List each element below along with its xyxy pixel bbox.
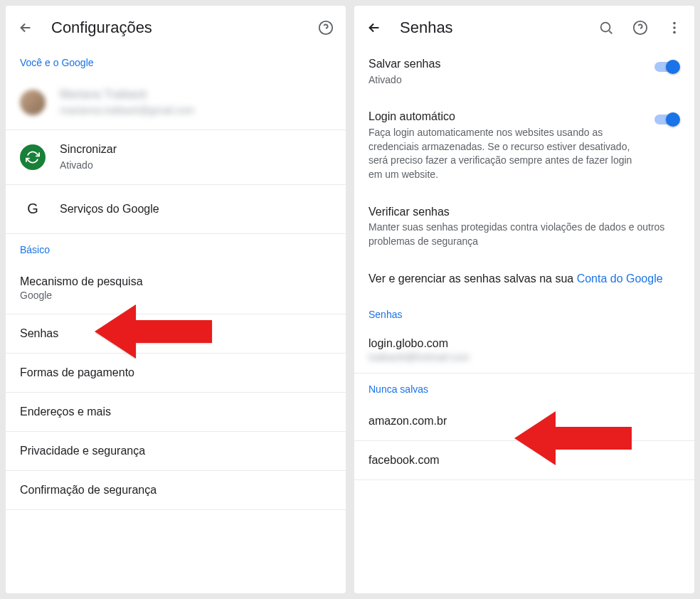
passwords-row[interactable]: Senhas	[6, 314, 346, 354]
check-passwords-desc: Manter suas senhas protegidas contra vio…	[368, 221, 680, 248]
search-engine-title: Mecanismo de pesquisa	[20, 275, 332, 288]
save-passwords-toggle[interactable]	[654, 60, 680, 74]
never-site-1: amazon.com.br	[368, 415, 447, 427]
manage-passwords-row[interactable]: Ver e gerenciar as senhas salvas na sua …	[354, 262, 694, 300]
privacy-row[interactable]: Privacidade e segurança	[6, 432, 346, 471]
auto-login-desc: Faça login automaticamente nos websites …	[368, 126, 646, 181]
check-passwords-row[interactable]: Verificar senhas Manter suas senhas prot…	[354, 195, 694, 262]
settings-screen: Configurações Você e o Google Mariana Tr…	[6, 6, 346, 593]
more-icon[interactable]	[666, 19, 683, 36]
sync-title: Sincronizar	[60, 142, 332, 157]
sync-subtitle: Ativado	[60, 159, 332, 173]
header: Configurações	[6, 6, 346, 47]
svg-point-4	[673, 22, 676, 25]
help-icon[interactable]	[632, 19, 649, 36]
save-passwords-title: Salvar senhas	[368, 57, 646, 72]
avatar	[20, 90, 46, 115]
manage-text: Ver e gerenciar as senhas salvas na sua	[368, 272, 573, 285]
svg-point-5	[673, 26, 676, 29]
never-saved-header: Nunca salvas	[354, 373, 694, 402]
never-site-2: facebook.com	[368, 454, 440, 466]
back-icon[interactable]	[366, 19, 383, 36]
payment-title: Formas de pagamento	[20, 366, 332, 379]
save-passwords-sub: Ativado	[368, 73, 646, 88]
page-title: Senhas	[400, 18, 580, 37]
never-saved-item[interactable]: facebook.com	[354, 441, 694, 480]
svg-point-2	[601, 23, 610, 32]
check-passwords-title: Verificar senhas	[368, 205, 680, 220]
save-passwords-row[interactable]: Salvar senhas Ativado	[354, 47, 694, 100]
privacy-title: Privacidade e segurança	[20, 445, 332, 457]
auto-login-toggle[interactable]	[654, 112, 680, 127]
search-engine-sub: Google	[20, 290, 332, 301]
never-saved-item[interactable]: amazon.com.br	[354, 402, 694, 441]
addresses-row[interactable]: Endereços e mais	[6, 393, 346, 432]
security-row[interactable]: Confirmação de segurança	[6, 471, 346, 510]
svg-point-6	[673, 31, 676, 34]
google-account-link[interactable]: Conta do Google	[577, 272, 663, 285]
passwords-screen: Senhas Salvar senhas Ativado Login autom…	[354, 6, 694, 593]
passwords-section-header: Senhas	[354, 299, 694, 327]
help-icon[interactable]	[317, 19, 334, 36]
page-title: Configurações	[51, 18, 300, 37]
payment-row[interactable]: Formas de pagamento	[6, 354, 346, 393]
section-basic: Básico	[6, 234, 346, 263]
section-you-google: Você e o Google	[6, 47, 346, 75]
auto-login-title: Login automático	[368, 110, 646, 124]
google-services-title: Serviços do Google	[60, 201, 332, 217]
header: Senhas	[354, 6, 694, 47]
account-name: Mariana Traiback	[60, 87, 332, 102]
account-email: marianna.traiback@gmail.com	[60, 104, 332, 118]
passwords-title: Senhas	[20, 327, 332, 340]
auto-login-row[interactable]: Login automático Faça login automaticame…	[354, 100, 694, 194]
addresses-title: Endereços e mais	[20, 405, 332, 418]
search-icon[interactable]	[598, 19, 615, 36]
sync-icon	[20, 144, 46, 170]
account-row[interactable]: Mariana Traiback marianna.traiback@gmail…	[6, 75, 346, 130]
sync-row[interactable]: Sincronizar Ativado	[6, 130, 346, 185]
back-icon[interactable]	[17, 19, 34, 36]
google-services-row[interactable]: G Serviços do Google	[6, 185, 346, 234]
saved-site: login.globo.com	[368, 337, 680, 350]
google-icon: G	[20, 196, 46, 222]
search-engine-row[interactable]: Mecanismo de pesquisa Google	[6, 263, 346, 314]
saved-user: traibackl@hotmail.com	[368, 351, 680, 363]
security-title: Confirmação de segurança	[20, 484, 332, 497]
saved-password-item[interactable]: login.globo.com traibackl@hotmail.com	[354, 327, 694, 373]
